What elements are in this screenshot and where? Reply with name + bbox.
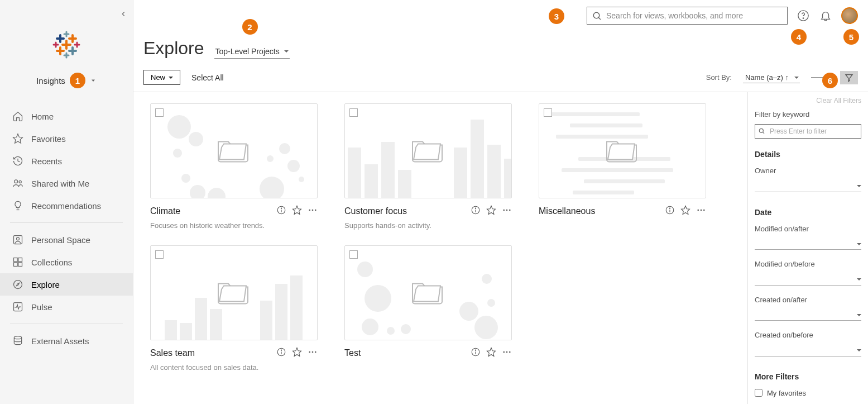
svg-point-35 (803, 18, 803, 18)
filter-mod-before-label: Modified on/before (755, 260, 861, 268)
filter-date-title: Date (755, 208, 861, 217)
folder-icon (606, 136, 639, 166)
filter-keyword-label: Filter by keyword (755, 110, 861, 118)
search-input[interactable] (587, 7, 788, 25)
folder-icon (411, 278, 445, 308)
site-name: Insights (36, 76, 65, 85)
nav-favorites-label: Favorites (31, 134, 66, 144)
nav-favorites[interactable]: Favorites (0, 127, 133, 150)
card-checkbox[interactable] (155, 250, 164, 259)
help-button[interactable] (797, 9, 810, 22)
card-favorite-button[interactable] (680, 205, 690, 217)
select-all-link[interactable]: Select All (191, 73, 224, 82)
sidebar: Insights 1 Home Favorites Recents Shared… (0, 0, 133, 404)
nav-personal-space[interactable]: Personal Space (0, 229, 133, 251)
card-thumbnail[interactable] (539, 103, 706, 198)
filter-toggle-button[interactable] (840, 71, 858, 84)
annotation-badge-5: 5 (843, 29, 859, 45)
nav-home-label: Home (31, 112, 54, 121)
nav-recommendations-label: Recommendations (31, 201, 101, 211)
nav-home[interactable]: Home (0, 105, 133, 127)
card-favorite-button[interactable] (486, 347, 496, 359)
svg-point-49 (506, 210, 508, 211)
user-avatar[interactable] (841, 7, 858, 24)
nav-primary: Home Favorites Recents Shared with Me Re… (0, 105, 133, 217)
card-more-button[interactable] (502, 347, 512, 359)
filter-my-favorites-row[interactable]: My favorites (755, 389, 861, 397)
svg-rect-25 (18, 258, 22, 262)
page-title: Explore (143, 38, 204, 59)
card-info-button[interactable] (276, 347, 286, 359)
card-info-button[interactable] (665, 205, 675, 217)
card-thumbnail[interactable] (150, 103, 318, 198)
project-card[interactable]: Sales teamAll content focused on sales d… (150, 245, 318, 372)
nav-explore[interactable]: Explore (0, 273, 133, 296)
svg-line-73 (763, 132, 764, 134)
filter-mod-before-select[interactable] (755, 274, 861, 286)
nav-divider-2 (10, 324, 123, 324)
project-card[interactable]: Miscellaneous (539, 103, 706, 230)
sort-by-dropdown[interactable]: Name (a–z) ↑ (743, 72, 800, 83)
card-favorite-button[interactable] (292, 347, 302, 359)
card-checkbox[interactable] (349, 108, 358, 117)
notifications-button[interactable] (819, 9, 832, 22)
svg-rect-22 (14, 236, 22, 244)
filter-mod-after-select[interactable] (755, 239, 861, 250)
scope-dropdown[interactable]: Top-Level Projects (214, 45, 290, 59)
svg-point-23 (17, 237, 20, 240)
filter-created-before-label: Created on/before (755, 331, 861, 339)
card-more-button[interactable] (502, 205, 512, 217)
nav-shared[interactable]: Shared with Me (0, 172, 133, 194)
clear-all-filters[interactable]: Clear All Filters (755, 97, 861, 104)
new-button[interactable]: New (143, 70, 180, 85)
card-checkbox[interactable] (155, 108, 164, 117)
folder-icon (217, 278, 251, 308)
filter-owner-label: Owner (755, 167, 861, 175)
card-checkbox[interactable] (544, 108, 552, 117)
card-info-button[interactable] (471, 347, 481, 359)
filter-details-title: Details (755, 150, 861, 159)
filter-icon (845, 73, 853, 82)
nav-divider (10, 222, 123, 223)
filter-my-favorites-checkbox[interactable] (755, 389, 763, 397)
collapse-sidebar-button[interactable] (119, 10, 127, 20)
project-card[interactable]: ClimateFocuses on historic weather trend… (150, 103, 318, 230)
svg-line-33 (598, 17, 601, 20)
nav-recents[interactable]: Recents (0, 150, 133, 172)
svg-point-31 (14, 336, 21, 339)
filter-keyword-input[interactable] (755, 124, 861, 139)
svg-point-62 (309, 351, 310, 353)
annotation-badge-6: 6 (822, 73, 838, 88)
card-more-button[interactable] (308, 205, 318, 217)
folder-icon (217, 136, 251, 166)
svg-point-28 (14, 281, 22, 289)
nav-external-assets[interactable]: External Assets (0, 330, 133, 352)
card-thumbnail[interactable] (150, 245, 318, 340)
card-more-button[interactable] (308, 347, 318, 359)
card-thumbnail[interactable] (344, 245, 512, 340)
card-more-button[interactable] (696, 205, 706, 217)
project-card[interactable]: Customer focusSupports hands-on activity… (344, 103, 512, 230)
site-selector[interactable]: Insights 1 (0, 73, 133, 88)
sort-by-value: Name (a–z) ↑ (745, 73, 789, 82)
filter-created-after-select[interactable] (755, 310, 861, 321)
nav-pulse[interactable]: Pulse (0, 296, 133, 318)
card-favorite-button[interactable] (292, 205, 302, 217)
filter-owner-select[interactable] (755, 180, 861, 192)
svg-point-21 (19, 180, 21, 183)
svg-point-41 (309, 210, 310, 211)
card-info-button[interactable] (471, 205, 481, 217)
project-card[interactable]: Test (344, 245, 512, 372)
svg-marker-54 (682, 206, 690, 215)
nav-recommendations[interactable]: Recommendations (0, 194, 133, 217)
card-favorite-button[interactable] (486, 205, 496, 217)
cards-area: ClimateFocuses on historic weather trend… (133, 92, 747, 404)
card-checkbox[interactable] (349, 250, 358, 259)
nav-tertiary: External Assets (0, 330, 133, 352)
card-info-button[interactable] (276, 205, 286, 217)
card-thumbnail[interactable] (344, 103, 512, 198)
filter-created-before-select[interactable] (755, 345, 861, 357)
nav-collections[interactable]: Collections (0, 251, 133, 273)
filter-mod-after-label: Modified on/after (755, 225, 861, 233)
card-title: Test (344, 348, 471, 358)
